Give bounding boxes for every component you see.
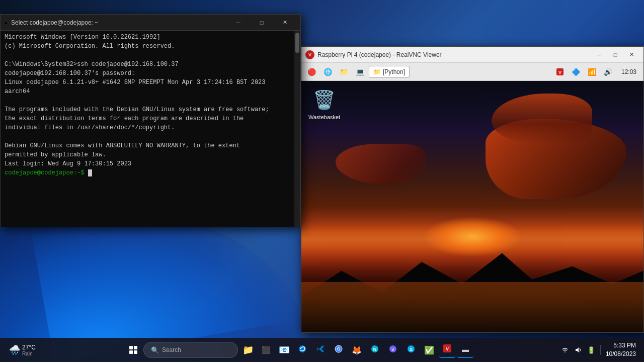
svg-text:S: S — [410, 347, 413, 352]
cmd-line-12: Debian GNU/Linux comes with ABSOLUTELY N… — [5, 141, 290, 150]
taskbar-search-bar[interactable]: 🔍 Search — [143, 342, 238, 358]
vnc-title: Raspberry Pi 4 (codejapoe) - RealVNC Vie… — [317, 51, 588, 58]
cmd-cursor — [88, 169, 92, 176]
rpi-wastebasket-img: 🗑️ — [312, 88, 337, 112]
vnc-toolbar-globe-btn[interactable]: 🌐 — [320, 65, 335, 78]
cmd-title: Select codejapoe@codejapoe: ~ — [11, 19, 223, 26]
taskbar-vnc-btn[interactable]: V — [439, 342, 455, 358]
rpi-cloud-2 — [492, 94, 592, 144]
vnc-toolbar-wifi-btn[interactable]: 📶 — [585, 65, 599, 78]
system-clock[interactable]: 5:33 PM 10/08/2023 — [604, 341, 638, 358]
chrome-icon — [334, 344, 343, 356]
cmd-icon: ▪ — [5, 19, 7, 27]
vnc-logo-icon: V — [305, 50, 314, 59]
cmd-scrollbar[interactable] — [294, 31, 300, 227]
rpi-water-reflection — [301, 282, 643, 332]
cmd-close-button[interactable]: ✕ — [273, 15, 296, 31]
desktop: ▪ Select codejapoe@codejapoe: ~ ─ □ ✕ Mi… — [0, 0, 644, 362]
svg-point-7 — [338, 348, 340, 350]
vnc-window-controls: ─ □ ✕ — [591, 47, 639, 63]
terminal-icon: ⬛ — [262, 346, 270, 354]
windows-start-button[interactable] — [125, 342, 141, 358]
system-tray: 🔋 5:33 PM 10/08/2023 — [559, 341, 638, 358]
cmd-prompt-line: codejapoe@codejapoe:~$ — [5, 168, 290, 177]
firefox-icon: 🦊 — [352, 345, 362, 355]
vnc-toolbar-volume-btn[interactable]: 🔊 — [601, 65, 615, 78]
vnc-rpi-desktop[interactable]: 🗑️ Wastebasket — [301, 81, 643, 332]
cmd-scrollbar-area: Microsoft Windows [Version 10.0.22621.19… — [1, 31, 300, 227]
svg-text:V: V — [558, 70, 561, 75]
weather-widget[interactable]: 🌧️ 27°C Rain — [5, 342, 40, 358]
taskbar-firefox-btn[interactable]: 🦊 — [349, 342, 365, 358]
cmd-taskbar-icon: ▬ — [462, 345, 469, 353]
vnc-folder-icon: 📁 — [373, 68, 381, 75]
taskbar: 🌧️ 27°C Rain 🔍 Search 📁 — [0, 338, 644, 362]
tray-battery-icon[interactable]: 🔋 — [585, 342, 597, 358]
vnc-toolbar-terminal-btn[interactable]: 💻 — [353, 65, 367, 78]
mail-icon: 📧 — [279, 344, 290, 355]
cmd-line-11 — [5, 132, 290, 141]
vnc-toolbar-folder-btn[interactable]: 📁 — [337, 65, 351, 78]
cmd-prompt: codejapoe@codejapoe:~$ — [5, 169, 88, 176]
viber-icon: V — [388, 344, 397, 356]
svg-text:V: V — [446, 346, 449, 351]
taskbar-vscode-btn[interactable] — [312, 342, 329, 358]
cmd-window: ▪ Select codejapoe@codejapoe: ~ ─ □ ✕ Mi… — [0, 14, 301, 227]
taskbar-terminal-btn[interactable]: ⬛ — [258, 342, 274, 358]
vnc-window: V Raspberry Pi 4 (codejapoe) - RealVNC V… — [301, 46, 644, 333]
cmd-maximize-button[interactable]: □ — [250, 15, 273, 31]
cmd-scrollbar-thumb[interactable] — [295, 33, 299, 53]
weather-info: 27°C Rain — [22, 344, 36, 356]
rpi-wastebasket-icon[interactable]: 🗑️ Wastebasket — [306, 86, 342, 122]
vnc-time: 12:03 — [617, 68, 640, 75]
taskbar-file-explorer-btn[interactable]: 📁 — [240, 342, 256, 358]
cmd-line-8: The programs included with the Debian GN… — [5, 105, 290, 114]
taskbar-unknown1-btn[interactable]: N — [367, 342, 383, 358]
windows-logo — [129, 346, 137, 354]
cmd-minimize-button[interactable]: ─ — [227, 15, 250, 31]
taskbar-right: 🔋 5:33 PM 10/08/2023 — [559, 341, 644, 358]
rpi-cloud-3 — [336, 144, 426, 184]
vnc-toolbar-bluetooth-btn[interactable]: 🔷 — [569, 65, 583, 78]
cmd-content[interactable]: Microsoft Windows [Version 10.0.22621.19… — [1, 31, 294, 227]
cmd-line-3 — [5, 51, 290, 60]
taskbar-chrome-btn[interactable] — [331, 342, 347, 358]
vnc-maximize-button[interactable]: □ — [607, 47, 623, 63]
cmd-line-7 — [5, 96, 290, 105]
taskbar-viber-btn[interactable]: V — [385, 342, 401, 358]
vscode-icon — [316, 344, 325, 356]
taskbar-teams-btn[interactable]: ✅ — [421, 342, 437, 358]
vnc-toolbar-vnc-icon[interactable]: V — [553, 65, 567, 78]
cmd-line-1: Microsoft Windows [Version 10.0.22621.19… — [5, 33, 290, 42]
taskbar-mail-btn[interactable]: 📧 — [276, 342, 292, 358]
taskbar-center: 🔍 Search 📁 ⬛ 📧 — [40, 342, 559, 358]
vnc-folder-label: [Python] — [383, 68, 405, 75]
taskbar-left: 🌧️ 27°C Rain — [0, 342, 40, 358]
teams-icon: ✅ — [424, 345, 434, 355]
tray-separator — [600, 345, 601, 355]
edge-icon — [298, 344, 307, 356]
cmd-titlebar: ▪ Select codejapoe@codejapoe: ~ ─ □ ✕ — [1, 15, 300, 31]
clock-time: 5:33 PM — [606, 341, 636, 350]
cmd-line-6: Linux codejapoe 6.1.21-v8+ #1642 SMP PRE… — [5, 78, 290, 96]
vnc-toolbar-python-folder[interactable]: 📁 [Python] — [369, 66, 410, 78]
vnc-minimize-button[interactable]: ─ — [591, 47, 607, 63]
taskbar-cmd-btn[interactable]: ▬ — [457, 342, 473, 358]
tray-wifi-icon[interactable] — [559, 342, 571, 358]
cmd-line-4: C:\Windows\System32>ssh codejapoe@192.16… — [5, 60, 290, 69]
vnc-close-button[interactable]: ✕ — [623, 47, 639, 63]
taskbar-edge-btn[interactable] — [294, 342, 310, 358]
taskbar-skype-btn[interactable]: S — [403, 342, 419, 358]
cmd-line-10: individual files in /usr/share/doc/*/cop… — [5, 123, 290, 132]
search-icon: 🔍 — [151, 346, 159, 354]
vnc-titlebar: V Raspberry Pi 4 (codejapoe) - RealVNC V… — [301, 47, 643, 63]
vnc-toolbar-raspberry-btn[interactable]: 🔴 — [304, 65, 318, 78]
cmd-line-14: Last login: Wed Aug 9 17:30:15 2023 — [5, 159, 290, 168]
taskbar-search-label: Search — [162, 346, 181, 353]
rpi-desktop-background: 🗑️ Wastebasket — [301, 81, 643, 332]
tray-volume-icon[interactable] — [572, 342, 584, 358]
vnc-toolbar: 🔴 🌐 📁 💻 📁 [Python] V 🔷 📶 🔊 12:03 — [301, 63, 643, 81]
rpi-wastebasket-label: Wastebasket — [308, 114, 340, 120]
weather-temp: 27°C — [22, 344, 36, 351]
cmd-window-controls: ─ □ ✕ — [227, 15, 296, 31]
